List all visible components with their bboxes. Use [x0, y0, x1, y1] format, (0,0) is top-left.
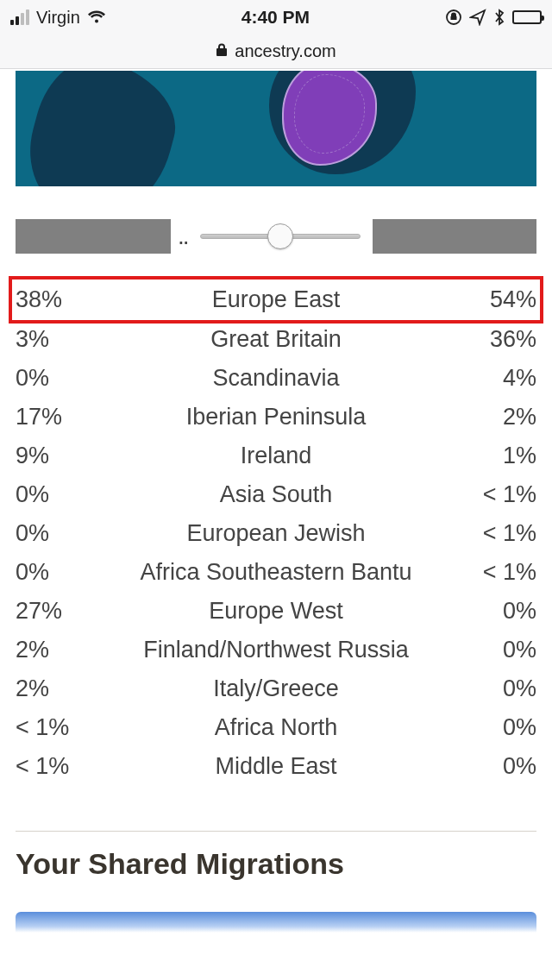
ethnicity-right-pct: < 1%: [459, 561, 536, 584]
ethnicity-left-pct: 2%: [16, 638, 93, 662]
person-a-redacted[interactable]: [16, 219, 171, 254]
ethnicity-left-pct: 17%: [16, 405, 93, 429]
ethnicity-comparison-table: 38%Europe East54%3%Great Britain36%0%Sca…: [16, 280, 536, 786]
cell-signal-icon: [10, 9, 29, 25]
ethnicity-region-name: Scandinavia: [93, 367, 459, 390]
ethnicity-region-name: Ireland: [93, 444, 459, 468]
ethnicity-left-pct: 0%: [16, 561, 93, 584]
ethnicity-left-pct: 0%: [16, 483, 93, 506]
comparison-selector: ..: [16, 219, 536, 254]
ethnicity-right-pct: 36%: [459, 328, 536, 351]
ethnicity-left-pct: 0%: [16, 367, 93, 390]
ethnicity-right-pct: < 1%: [459, 522, 536, 545]
ethnicity-region-name: Asia South: [93, 483, 459, 506]
ethnicity-row[interactable]: 38%Europe East54%: [12, 280, 540, 320]
ethnicity-left-pct: < 1%: [16, 716, 93, 739]
ethnicity-region-name: Africa Southeastern Bantu: [93, 561, 459, 584]
carrier-label: Virgin: [36, 8, 80, 28]
ethnicity-row[interactable]: < 1%Middle East0%: [16, 747, 536, 786]
wifi-icon: [87, 10, 106, 24]
section-divider: [16, 831, 536, 832]
ethnicity-region-name: European Jewish: [93, 522, 459, 545]
ethnicity-region-name: Iberian Peninsula: [93, 405, 459, 429]
migration-card[interactable]: [16, 912, 536, 933]
ethnicity-right-pct: 0%: [459, 600, 536, 623]
map-landmass: [16, 71, 189, 186]
lock-icon: [216, 41, 228, 61]
ethnicity-right-pct: 4%: [459, 367, 536, 390]
ethnicity-right-pct: 0%: [459, 638, 536, 662]
rotation-lock-icon: [445, 9, 462, 26]
ethnicity-region-name: Europe West: [93, 600, 459, 623]
url-domain: ancestry.com: [235, 41, 336, 61]
ethnicity-right-pct: < 1%: [459, 483, 536, 506]
ethnicity-left-pct: 9%: [16, 444, 93, 468]
ethnicity-right-pct: 0%: [459, 677, 536, 700]
ellipsis-icon: ..: [178, 223, 188, 250]
ethnicity-left-pct: 3%: [16, 328, 93, 351]
ethnicity-region-name: Italy/Greece: [93, 677, 459, 700]
ethnicity-left-pct: 38%: [16, 288, 93, 311]
ethnicity-row[interactable]: 2%Finland/Northwest Russia0%: [16, 631, 536, 669]
ethnicity-region-name: Finland/Northwest Russia: [93, 638, 459, 662]
ethnicity-row[interactable]: 3%Great Britain36%: [16, 320, 536, 359]
ethnicity-region-name: Africa North: [93, 716, 459, 739]
comparison-slider[interactable]: [200, 232, 361, 241]
shared-migrations-heading: Your Shared Migrations: [16, 847, 536, 881]
ethnicity-map[interactable]: [16, 71, 536, 186]
ethnicity-row[interactable]: 17%Iberian Peninsula2%: [16, 398, 536, 437]
person-b-redacted[interactable]: [373, 219, 536, 254]
ethnicity-row[interactable]: 0%European Jewish< 1%: [16, 514, 536, 553]
ethnicity-row[interactable]: < 1%Africa North0%: [16, 708, 536, 747]
ethnicity-left-pct: 27%: [16, 600, 93, 623]
ethnicity-region-name: Europe East: [93, 288, 459, 311]
status-time: 4:40 PM: [242, 7, 310, 28]
ethnicity-region-name: Middle East: [93, 755, 459, 778]
battery-icon: [512, 10, 542, 24]
ethnicity-row[interactable]: 0%Scandinavia4%: [16, 359, 536, 398]
ethnicity-left-pct: < 1%: [16, 755, 93, 778]
ethnicity-right-pct: 2%: [459, 405, 536, 429]
ethnicity-row[interactable]: 9%Ireland1%: [16, 437, 536, 475]
ethnicity-right-pct: 0%: [459, 755, 536, 778]
ethnicity-left-pct: 0%: [16, 522, 93, 545]
ethnicity-right-pct: 54%: [459, 288, 536, 311]
ethnicity-row[interactable]: 27%Europe West0%: [16, 592, 536, 631]
ethnicity-row[interactable]: 0%Asia South< 1%: [16, 475, 536, 514]
ethnicity-right-pct: 1%: [459, 444, 536, 468]
bluetooth-icon: [493, 9, 505, 26]
ethnicity-right-pct: 0%: [459, 716, 536, 739]
location-icon: [469, 9, 486, 26]
ethnicity-region-name: Great Britain: [93, 328, 459, 351]
browser-url-bar[interactable]: ancestry.com: [0, 35, 552, 69]
ethnicity-row[interactable]: 0%Africa Southeastern Bantu< 1%: [16, 553, 536, 592]
ethnicity-row[interactable]: 2%Italy/Greece0%: [16, 669, 536, 708]
ios-status-bar: Virgin 4:40 PM: [0, 0, 552, 35]
ethnicity-left-pct: 2%: [16, 677, 93, 700]
slider-thumb[interactable]: [267, 223, 293, 249]
